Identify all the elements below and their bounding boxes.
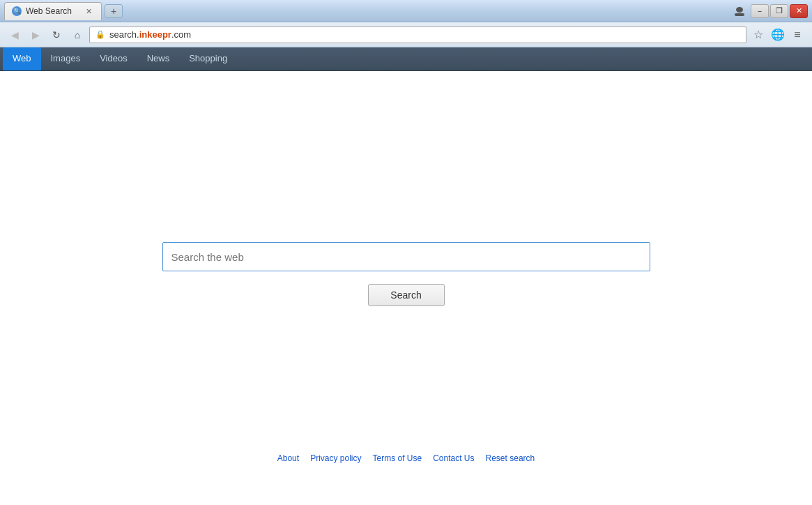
user-icon[interactable] bbox=[733, 4, 746, 18]
forward-button[interactable]: ▶ bbox=[26, 26, 45, 44]
menu-button[interactable]: ≡ bbox=[788, 26, 806, 44]
tab-close-button[interactable]: ✕ bbox=[83, 6, 94, 17]
search-input[interactable] bbox=[162, 242, 650, 271]
footer-link-reset[interactable]: Reset search bbox=[486, 453, 535, 463]
navigation-bar: ◀ ▶ ↻ ⌂ 🔒 search.inkeepr.com ☆ 🌐 ≡ bbox=[0, 22, 812, 47]
svg-rect-1 bbox=[735, 13, 744, 16]
search-type-bar: WebImagesVideosNewsShopping bbox=[0, 47, 812, 71]
search-container: Search bbox=[162, 242, 650, 306]
restore-button[interactable]: ❐ bbox=[770, 4, 788, 18]
address-bar[interactable]: 🔒 search.inkeepr.com bbox=[89, 27, 746, 43]
search-type-videos[interactable]: Videos bbox=[90, 47, 137, 70]
translate-button[interactable]: 🌐 bbox=[769, 26, 787, 44]
new-tab-button[interactable]: + bbox=[105, 4, 123, 18]
address-text: search.inkeepr.com bbox=[109, 29, 740, 40]
minimize-button[interactable]: − bbox=[751, 4, 769, 18]
close-button[interactable]: ✕ bbox=[790, 4, 808, 18]
main-content: Search AboutPrivacy policyTerms of UseCo… bbox=[0, 71, 812, 505]
search-type-images[interactable]: Images bbox=[41, 47, 91, 70]
footer-links: AboutPrivacy policyTerms of UseContact U… bbox=[277, 453, 535, 463]
footer-link-about[interactable]: About bbox=[277, 453, 299, 463]
browser-tab[interactable]: 🔍 Web Search ✕ bbox=[4, 2, 102, 20]
search-button[interactable]: Search bbox=[368, 284, 445, 306]
footer-link-privacy[interactable]: Privacy policy bbox=[310, 453, 361, 463]
home-button[interactable]: ⌂ bbox=[68, 26, 86, 44]
title-bar: 🔍 Web Search ✕ + − ❐ ✕ bbox=[0, 0, 812, 22]
search-type-web[interactable]: Web bbox=[3, 47, 41, 70]
refresh-button[interactable]: ↻ bbox=[47, 26, 66, 44]
footer-link-contact[interactable]: Contact Us bbox=[433, 453, 474, 463]
window-controls: − ❐ ✕ bbox=[733, 4, 808, 18]
footer-link-terms[interactable]: Terms of Use bbox=[372, 453, 422, 463]
address-lock-icon: 🔒 bbox=[95, 30, 105, 39]
back-button[interactable]: ◀ bbox=[6, 26, 24, 44]
search-type-shopping[interactable]: Shopping bbox=[179, 47, 237, 70]
tab-title: Web Search bbox=[26, 6, 72, 16]
title-bar-left: 🔍 Web Search ✕ + bbox=[4, 2, 733, 20]
svg-rect-0 bbox=[736, 7, 743, 13]
nav-actions: ☆ 🌐 ≡ bbox=[749, 26, 806, 44]
search-type-news[interactable]: News bbox=[137, 47, 180, 70]
bookmark-button[interactable]: ☆ bbox=[749, 26, 767, 44]
tab-favicon: 🔍 bbox=[12, 6, 22, 16]
